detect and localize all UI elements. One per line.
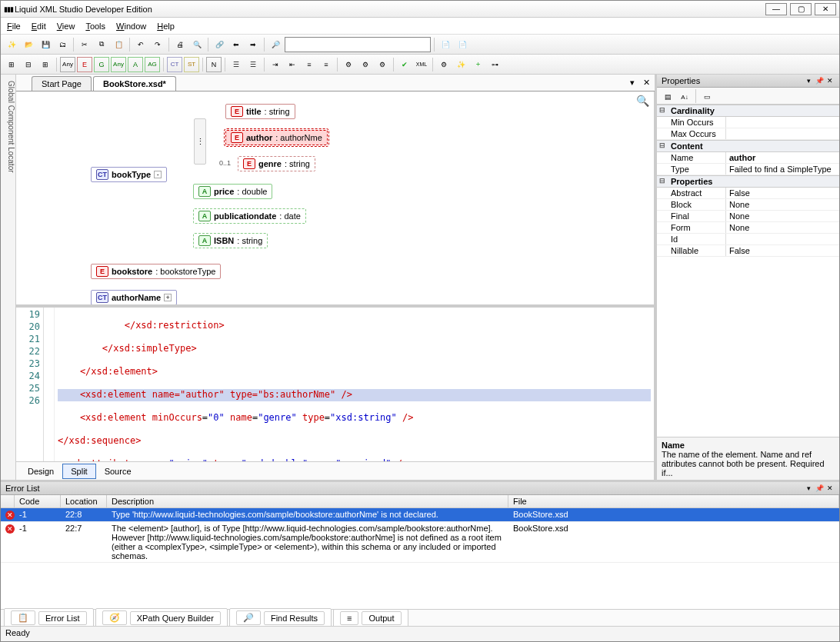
node-booktype[interactable]: CT bookType - — [91, 167, 167, 182]
minimize-button[interactable]: — — [765, 3, 787, 15]
prop-block[interactable]: BlockNone — [657, 199, 839, 211]
prop-abstract[interactable]: AbstractFalse — [657, 188, 839, 199]
outdent-icon[interactable]: ⇤ — [285, 57, 300, 72]
prop-id[interactable]: Id — [657, 234, 839, 245]
node-title[interactable]: E title : string — [225, 104, 295, 119]
forward-icon[interactable]: ➡ — [245, 37, 261, 52]
code-text[interactable]: </xsd:restriction> </xsd:simpleType> </x… — [55, 308, 654, 461]
tab-menu-icon[interactable]: ▾ — [627, 78, 638, 88]
validate-icon[interactable]: ✔ — [397, 57, 412, 72]
find-icon[interactable]: 🔎 — [268, 37, 283, 52]
tab-error-list[interactable]: 📋Error List — [4, 608, 94, 627]
properties-grid[interactable]: Cardinality Min Occurs Max Occurs Conten… — [657, 105, 839, 437]
opt3-icon[interactable]: ⚙ — [375, 57, 390, 72]
preview-icon[interactable]: 🔍 — [189, 37, 205, 52]
categorized-icon[interactable]: ▤ — [660, 89, 675, 105]
expand-icon[interactable]: - — [154, 171, 162, 178]
prop-cat-properties[interactable]: Properties — [657, 175, 839, 188]
st-icon[interactable]: ST — [184, 57, 199, 72]
ag-icon[interactable]: AG — [145, 57, 160, 72]
tab-start-page[interactable]: Start Page — [32, 76, 92, 91]
a-icon[interactable]: A — [128, 57, 143, 72]
tab-find-results[interactable]: 🔎Find Results — [229, 608, 332, 627]
error-row[interactable]: ✕ -1 22:8 Type 'http://www.liquid-techno… — [1, 508, 839, 522]
error-row[interactable]: ✕ -1 22:7 The <element> [author], is of … — [1, 522, 839, 563]
any-icon[interactable]: Any — [60, 57, 75, 72]
node-authorname[interactable]: CT authorName + — [91, 290, 177, 305]
menu-window[interactable]: Window — [116, 22, 146, 31]
xml-icon[interactable]: XML — [414, 57, 429, 72]
prop-pages-icon[interactable]: ▭ — [699, 89, 715, 105]
pin-icon[interactable]: 📌 — [815, 77, 824, 85]
node-price[interactable]: A price : double — [193, 184, 272, 199]
prop-final[interactable]: FinalNone — [657, 211, 839, 222]
doc2-icon[interactable]: 📄 — [455, 37, 470, 52]
mode-split[interactable]: Split — [62, 464, 95, 479]
panel-menu-icon[interactable]: ▾ — [804, 77, 813, 85]
panel-menu-icon[interactable]: ▾ — [804, 484, 813, 492]
node-bookstore[interactable]: E bookstore : bookstoreType — [91, 264, 221, 279]
wand-icon[interactable]: ✨ — [453, 57, 468, 72]
gear-icon[interactable]: ⚙ — [436, 57, 452, 72]
menu-tools[interactable]: Tools — [85, 22, 105, 31]
new-icon[interactable]: ✨ — [4, 37, 19, 52]
global-component-locator-strip[interactable]: Global Component Locator — [1, 75, 16, 480]
mode-design[interactable]: Design — [19, 464, 62, 479]
prop-form[interactable]: FormNone — [657, 222, 839, 234]
redo-icon[interactable]: ↷ — [150, 37, 165, 52]
paste-icon[interactable]: 📋 — [111, 37, 126, 52]
doc1-icon[interactable]: 📄 — [438, 37, 453, 52]
tab-close-icon[interactable]: ✕ — [641, 78, 652, 88]
panel-close-icon[interactable]: ✕ — [825, 484, 835, 492]
any2-icon[interactable]: Any — [111, 57, 126, 72]
node-isbn[interactable]: A ISBN : string — [193, 233, 268, 248]
sequence-connector[interactable]: ⋮ — [194, 118, 206, 165]
code-editor[interactable]: 1920212223242526 </xsd:restriction> </xs… — [16, 307, 654, 461]
zoom-icon[interactable]: 🔍 — [636, 95, 649, 107]
tab-xpath[interactable]: 🧭XPath Query Builder — [95, 608, 228, 627]
relations-icon[interactable]: ⊶ — [487, 57, 502, 72]
close-button[interactable]: ✕ — [815, 3, 836, 15]
save-icon[interactable]: 💾 — [38, 37, 53, 52]
menu-file[interactable]: File — [7, 22, 21, 31]
copy-icon[interactable]: ⧉ — [94, 37, 109, 52]
prop-cat-cardinality[interactable]: Cardinality — [657, 105, 839, 117]
align1-icon[interactable]: ≡ — [302, 57, 317, 72]
menu-help[interactable]: Help — [157, 22, 175, 31]
link-icon[interactable]: 🔗 — [212, 37, 227, 52]
prop-nillable[interactable]: NillableFalse — [657, 245, 839, 257]
address-combo[interactable] — [285, 37, 431, 52]
menu-view[interactable]: View — [57, 22, 75, 31]
panel-close-icon[interactable]: ✕ — [825, 77, 835, 85]
tree2-icon[interactable]: ⊟ — [21, 57, 36, 72]
n-icon[interactable]: N — [206, 57, 222, 72]
expand-icon[interactable]: + — [164, 294, 172, 301]
undo-icon[interactable]: ↶ — [133, 37, 148, 52]
align2-icon[interactable]: ≡ — [318, 57, 334, 72]
saveall-icon[interactable]: 🗂 — [55, 37, 70, 52]
node-genre[interactable]: E genre : string — [238, 156, 315, 171]
ct-icon[interactable]: CT — [167, 57, 182, 72]
node-publicationdate[interactable]: A publicationdate : date — [193, 208, 306, 224]
prop-cat-content[interactable]: Content — [657, 140, 839, 152]
g-icon[interactable]: G — [94, 57, 109, 72]
opt1-icon[interactable]: ⚙ — [341, 57, 356, 72]
error-grid[interactable]: Code Location Description File ✕ -1 22:8… — [1, 495, 839, 609]
menu-edit[interactable]: Edit — [32, 22, 46, 31]
add-icon[interactable]: ＋ — [470, 57, 485, 72]
open-icon[interactable]: 📂 — [21, 37, 36, 52]
opt2-icon[interactable]: ⚙ — [358, 57, 373, 72]
e-icon[interactable]: E — [77, 57, 92, 72]
az-sort-icon[interactable]: A↓ — [677, 89, 692, 105]
prop-name[interactable]: Nameauthor — [657, 152, 839, 164]
fold-gutter[interactable] — [44, 308, 55, 461]
tab-bookstore-xsd[interactable]: BookStore.xsd* — [93, 76, 176, 91]
tree3-icon[interactable]: ⊞ — [38, 57, 53, 72]
pin-icon[interactable]: 📌 — [815, 484, 824, 492]
tree1-icon[interactable]: ⊞ — [4, 57, 19, 72]
print-icon[interactable]: 🖨 — [172, 37, 188, 52]
schema-canvas[interactable]: 🔍 CT bookType - ⋮ E title : string — [16, 91, 654, 307]
cut-icon[interactable]: ✂ — [77, 37, 92, 52]
layout1-icon[interactable]: ☰ — [228, 57, 244, 72]
back-icon[interactable]: ⬅ — [228, 37, 244, 52]
